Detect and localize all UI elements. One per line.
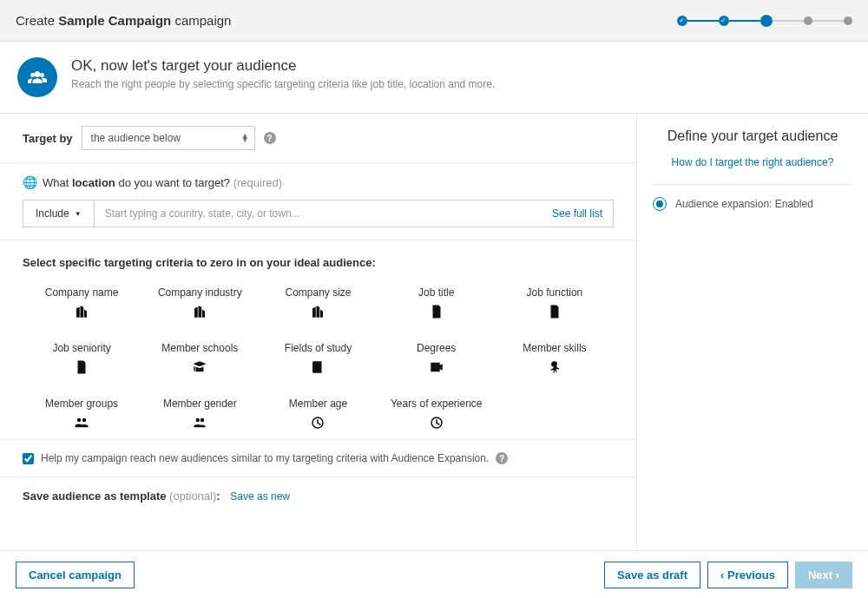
crit-label: Degrees: [417, 342, 456, 354]
crit-label: Company name: [45, 286, 119, 299]
criteria-member-age[interactable]: Member age: [259, 394, 377, 434]
chevron-down-icon: ▼: [75, 210, 82, 218]
criteria-job-seniority[interactable]: Job seniority: [23, 338, 141, 378]
previous-button[interactable]: ‹ Previous: [707, 562, 788, 588]
document-icon: [547, 304, 562, 319]
globe-icon: 🌐: [23, 175, 37, 189]
target-by-select[interactable]: the audience below ▲▼: [82, 126, 255, 150]
document-icon: [74, 359, 89, 375]
criteria-member-groups[interactable]: Member groups: [23, 394, 141, 434]
criteria-company-size[interactable]: Company size: [259, 283, 377, 323]
crit-label: Job title: [418, 286, 454, 299]
book-icon: [310, 359, 326, 375]
hero-subtitle: Reach the right people by selecting spec…: [71, 78, 495, 90]
criteria-member-skills[interactable]: Member skills: [496, 338, 614, 378]
clock-icon: [310, 415, 326, 430]
audience-expansion-label: Help my campaign reach new audiences sim…: [41, 452, 489, 464]
location-input-wrap: See full list: [94, 200, 614, 227]
criteria-grid: Company name Company industry Company si…: [23, 283, 614, 434]
see-full-list-link[interactable]: See full list: [552, 207, 602, 220]
save-template-label: Save audience as template: [23, 490, 169, 503]
criteria-member-gender[interactable]: Member gender: [141, 394, 259, 434]
page-title: Create Sample Campaign campaign: [16, 13, 231, 28]
target-by-label: Target by: [23, 132, 73, 145]
progress-stepper: [677, 15, 852, 27]
building-icon: [310, 304, 326, 319]
criteria-fields-of-study[interactable]: Fields of study: [259, 338, 377, 378]
location-question: 🌐 What location do you want to target? (…: [23, 175, 614, 189]
save-template-section: Save audience as template (optional): Sa…: [0, 476, 636, 515]
skills-icon: [547, 359, 562, 375]
building-icon: [192, 304, 207, 319]
target-by-section: Target by the audience below ▲▼ ?: [0, 114, 636, 163]
building-icon: [74, 304, 89, 319]
audience-expansion-checkbox-row: Help my campaign reach new audiences sim…: [0, 439, 636, 476]
include-exclude-dropdown[interactable]: Include ▼: [23, 200, 94, 227]
footer-bar: Cancel campaign Save as draft ‹ Previous…: [0, 551, 868, 598]
save-draft-button[interactable]: Save as draft: [604, 562, 700, 588]
right-sidebar: Define your target audience How do I tar…: [637, 114, 868, 550]
criteria-years-experience[interactable]: Years of experience: [378, 394, 496, 434]
include-label: Include: [36, 207, 69, 220]
step-5: [844, 16, 852, 25]
step-2-done[interactable]: [719, 16, 729, 26]
aud-exp-label: Audience expansion:: [675, 198, 772, 210]
step-1-done[interactable]: [677, 16, 687, 26]
criteria-company-name[interactable]: Company name: [23, 283, 141, 323]
criteria-degrees[interactable]: Degrees: [378, 338, 496, 378]
clock-icon: [429, 415, 444, 430]
location-section: 🌐 What location do you want to target? (…: [0, 163, 636, 240]
crit-label: Job function: [527, 286, 583, 299]
sidebar-help-link[interactable]: How do I target the right audience?: [653, 156, 852, 168]
cancel-campaign-button[interactable]: Cancel campaign: [16, 562, 135, 588]
required-label: (required): [233, 176, 282, 189]
save-as-new-link[interactable]: Save as new: [230, 490, 290, 503]
criteria-title: Select specific targeting criteria to ze…: [23, 256, 614, 269]
step-4: [804, 16, 812, 25]
left-column: Target by the audience below ▲▼ ? 🌐 What…: [0, 114, 637, 550]
hero-section: OK, now let's target your audience Reach…: [0, 42, 868, 114]
crit-label: Member skills: [523, 342, 586, 354]
app-header: Create Sample Campaign campaign: [0, 0, 868, 42]
criteria-member-schools[interactable]: Member schools: [141, 338, 259, 378]
people-icon: [17, 57, 57, 97]
title-prefix: Create: [16, 13, 58, 28]
audience-expansion-checkbox[interactable]: [23, 453, 34, 464]
aud-exp-value: Enabled: [775, 198, 813, 210]
title-suffix: campaign: [171, 13, 231, 28]
criteria-job-title[interactable]: Job title: [378, 283, 496, 323]
crit-label: Years of experience: [391, 398, 483, 410]
crit-label: Member gender: [163, 398, 237, 410]
gender-icon: [192, 415, 207, 430]
save-template-optional: (optional): [169, 490, 216, 503]
crit-label: Member age: [289, 398, 347, 410]
target-icon: [653, 197, 667, 211]
next-button[interactable]: Next ›: [795, 562, 852, 588]
step-3-current: [760, 15, 773, 27]
criteria-job-function[interactable]: Job function: [496, 283, 614, 323]
hero-title: OK, now let's target your audience: [71, 57, 495, 75]
diploma-icon: [429, 359, 444, 375]
sidebar-title: Define your target audience: [653, 128, 852, 146]
crit-label: Company industry: [158, 286, 242, 299]
help-icon[interactable]: ?: [264, 132, 276, 144]
campaign-name: Sample Campaign: [58, 13, 171, 28]
crit-label: Fields of study: [285, 342, 352, 354]
target-by-selected: the audience below: [91, 132, 181, 144]
crit-label: Company size: [285, 286, 351, 299]
crit-label: Job seniority: [52, 342, 110, 354]
criteria-company-industry[interactable]: Company industry: [141, 283, 259, 323]
criteria-section: Select specific targeting criteria to ze…: [0, 240, 636, 439]
school-icon: [192, 359, 207, 375]
document-icon: [429, 304, 444, 319]
groups-icon: [74, 415, 89, 430]
audience-expansion-status: Audience expansion: Enabled: [653, 184, 852, 211]
chevron-updown-icon: ▲▼: [241, 134, 249, 143]
crit-label: Member groups: [45, 398, 118, 410]
help-icon[interactable]: ?: [496, 452, 508, 464]
crit-label: Member schools: [161, 342, 238, 354]
location-input[interactable]: [105, 207, 453, 220]
